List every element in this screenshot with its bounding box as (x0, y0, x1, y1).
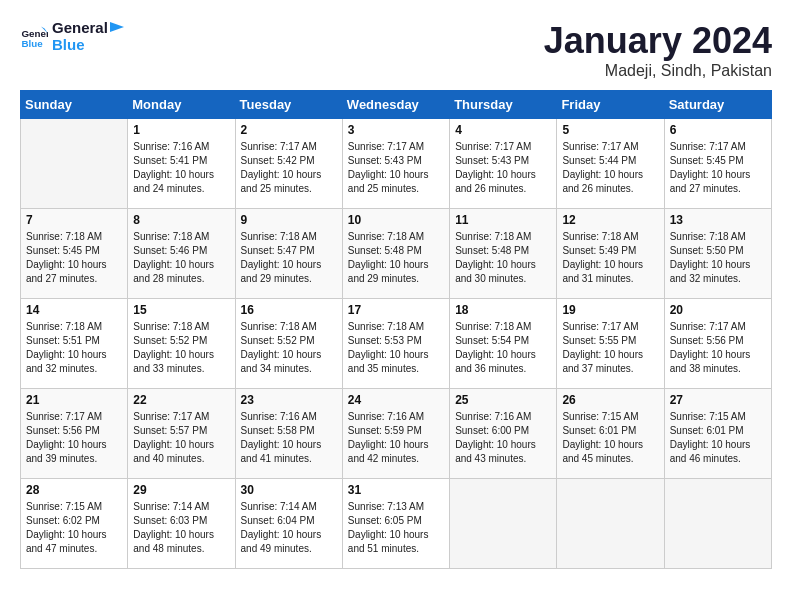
calendar-cell: 27Sunrise: 7:15 AMSunset: 6:01 PMDayligh… (664, 389, 771, 479)
calendar-cell: 22Sunrise: 7:17 AMSunset: 5:57 PMDayligh… (128, 389, 235, 479)
calendar-week-row: 28Sunrise: 7:15 AMSunset: 6:02 PMDayligh… (21, 479, 772, 569)
day-number: 28 (26, 483, 122, 497)
calendar-cell: 10Sunrise: 7:18 AMSunset: 5:48 PMDayligh… (342, 209, 449, 299)
day-info: Sunrise: 7:18 AMSunset: 5:49 PMDaylight:… (562, 230, 658, 286)
calendar-cell: 3Sunrise: 7:17 AMSunset: 5:43 PMDaylight… (342, 119, 449, 209)
day-info: Sunrise: 7:18 AMSunset: 5:52 PMDaylight:… (133, 320, 229, 376)
calendar-cell: 23Sunrise: 7:16 AMSunset: 5:58 PMDayligh… (235, 389, 342, 479)
col-header-saturday: Saturday (664, 91, 771, 119)
day-info: Sunrise: 7:18 AMSunset: 5:48 PMDaylight:… (455, 230, 551, 286)
day-number: 10 (348, 213, 444, 227)
day-info: Sunrise: 7:18 AMSunset: 5:54 PMDaylight:… (455, 320, 551, 376)
day-number: 7 (26, 213, 122, 227)
logo-line2: Blue (52, 37, 108, 54)
calendar-cell: 26Sunrise: 7:15 AMSunset: 6:01 PMDayligh… (557, 389, 664, 479)
day-info: Sunrise: 7:15 AMSunset: 6:01 PMDaylight:… (670, 410, 766, 466)
col-header-thursday: Thursday (450, 91, 557, 119)
day-number: 30 (241, 483, 337, 497)
day-number: 19 (562, 303, 658, 317)
day-info: Sunrise: 7:16 AMSunset: 5:59 PMDaylight:… (348, 410, 444, 466)
day-info: Sunrise: 7:18 AMSunset: 5:47 PMDaylight:… (241, 230, 337, 286)
calendar-subtitle: Madeji, Sindh, Pakistan (544, 62, 772, 80)
day-number: 3 (348, 123, 444, 137)
calendar-cell: 18Sunrise: 7:18 AMSunset: 5:54 PMDayligh… (450, 299, 557, 389)
calendar-table: SundayMondayTuesdayWednesdayThursdayFrid… (20, 90, 772, 569)
day-number: 12 (562, 213, 658, 227)
svg-text:Blue: Blue (21, 37, 43, 48)
calendar-cell: 28Sunrise: 7:15 AMSunset: 6:02 PMDayligh… (21, 479, 128, 569)
calendar-cell: 1Sunrise: 7:16 AMSunset: 5:41 PMDaylight… (128, 119, 235, 209)
day-info: Sunrise: 7:17 AMSunset: 5:45 PMDaylight:… (670, 140, 766, 196)
day-info: Sunrise: 7:14 AMSunset: 6:03 PMDaylight:… (133, 500, 229, 556)
day-info: Sunrise: 7:18 AMSunset: 5:53 PMDaylight:… (348, 320, 444, 376)
calendar-cell (450, 479, 557, 569)
logo-icon: General Blue (20, 23, 48, 51)
col-header-tuesday: Tuesday (235, 91, 342, 119)
day-info: Sunrise: 7:17 AMSunset: 5:44 PMDaylight:… (562, 140, 658, 196)
day-number: 31 (348, 483, 444, 497)
day-number: 29 (133, 483, 229, 497)
day-number: 16 (241, 303, 337, 317)
day-info: Sunrise: 7:17 AMSunset: 5:43 PMDaylight:… (348, 140, 444, 196)
svg-marker-3 (110, 22, 124, 32)
calendar-cell: 4Sunrise: 7:17 AMSunset: 5:43 PMDaylight… (450, 119, 557, 209)
day-number: 13 (670, 213, 766, 227)
calendar-cell (664, 479, 771, 569)
day-number: 11 (455, 213, 551, 227)
calendar-week-row: 14Sunrise: 7:18 AMSunset: 5:51 PMDayligh… (21, 299, 772, 389)
day-info: Sunrise: 7:18 AMSunset: 5:45 PMDaylight:… (26, 230, 122, 286)
calendar-cell: 9Sunrise: 7:18 AMSunset: 5:47 PMDaylight… (235, 209, 342, 299)
calendar-cell: 6Sunrise: 7:17 AMSunset: 5:45 PMDaylight… (664, 119, 771, 209)
calendar-cell: 19Sunrise: 7:17 AMSunset: 5:55 PMDayligh… (557, 299, 664, 389)
day-number: 25 (455, 393, 551, 407)
day-number: 18 (455, 303, 551, 317)
day-info: Sunrise: 7:15 AMSunset: 6:01 PMDaylight:… (562, 410, 658, 466)
day-info: Sunrise: 7:16 AMSunset: 5:58 PMDaylight:… (241, 410, 337, 466)
day-number: 20 (670, 303, 766, 317)
day-info: Sunrise: 7:15 AMSunset: 6:02 PMDaylight:… (26, 500, 122, 556)
calendar-cell: 20Sunrise: 7:17 AMSunset: 5:56 PMDayligh… (664, 299, 771, 389)
calendar-week-row: 1Sunrise: 7:16 AMSunset: 5:41 PMDaylight… (21, 119, 772, 209)
calendar-cell: 7Sunrise: 7:18 AMSunset: 5:45 PMDaylight… (21, 209, 128, 299)
calendar-cell: 12Sunrise: 7:18 AMSunset: 5:49 PMDayligh… (557, 209, 664, 299)
day-number: 1 (133, 123, 229, 137)
day-number: 23 (241, 393, 337, 407)
day-number: 14 (26, 303, 122, 317)
calendar-cell: 5Sunrise: 7:17 AMSunset: 5:44 PMDaylight… (557, 119, 664, 209)
day-number: 27 (670, 393, 766, 407)
day-number: 22 (133, 393, 229, 407)
calendar-cell: 11Sunrise: 7:18 AMSunset: 5:48 PMDayligh… (450, 209, 557, 299)
day-number: 9 (241, 213, 337, 227)
calendar-title-section: January 2024 Madeji, Sindh, Pakistan (544, 20, 772, 80)
day-info: Sunrise: 7:18 AMSunset: 5:48 PMDaylight:… (348, 230, 444, 286)
calendar-week-row: 21Sunrise: 7:17 AMSunset: 5:56 PMDayligh… (21, 389, 772, 479)
day-info: Sunrise: 7:17 AMSunset: 5:55 PMDaylight:… (562, 320, 658, 376)
calendar-cell: 13Sunrise: 7:18 AMSunset: 5:50 PMDayligh… (664, 209, 771, 299)
calendar-cell: 14Sunrise: 7:18 AMSunset: 5:51 PMDayligh… (21, 299, 128, 389)
day-info: Sunrise: 7:18 AMSunset: 5:52 PMDaylight:… (241, 320, 337, 376)
day-info: Sunrise: 7:17 AMSunset: 5:56 PMDaylight:… (26, 410, 122, 466)
day-info: Sunrise: 7:17 AMSunset: 5:42 PMDaylight:… (241, 140, 337, 196)
logo-line1: General (52, 20, 108, 37)
page-header: General Blue General Blue January 2024 M… (20, 20, 772, 80)
day-info: Sunrise: 7:17 AMSunset: 5:43 PMDaylight:… (455, 140, 551, 196)
calendar-cell: 2Sunrise: 7:17 AMSunset: 5:42 PMDaylight… (235, 119, 342, 209)
calendar-cell: 17Sunrise: 7:18 AMSunset: 5:53 PMDayligh… (342, 299, 449, 389)
col-header-sunday: Sunday (21, 91, 128, 119)
day-info: Sunrise: 7:16 AMSunset: 6:00 PMDaylight:… (455, 410, 551, 466)
calendar-cell: 15Sunrise: 7:18 AMSunset: 5:52 PMDayligh… (128, 299, 235, 389)
col-header-monday: Monday (128, 91, 235, 119)
day-number: 2 (241, 123, 337, 137)
day-info: Sunrise: 7:14 AMSunset: 6:04 PMDaylight:… (241, 500, 337, 556)
calendar-cell: 8Sunrise: 7:18 AMSunset: 5:46 PMDaylight… (128, 209, 235, 299)
day-number: 6 (670, 123, 766, 137)
calendar-cell: 16Sunrise: 7:18 AMSunset: 5:52 PMDayligh… (235, 299, 342, 389)
day-info: Sunrise: 7:18 AMSunset: 5:50 PMDaylight:… (670, 230, 766, 286)
calendar-cell: 29Sunrise: 7:14 AMSunset: 6:03 PMDayligh… (128, 479, 235, 569)
day-info: Sunrise: 7:18 AMSunset: 5:51 PMDaylight:… (26, 320, 122, 376)
day-number: 17 (348, 303, 444, 317)
calendar-cell: 24Sunrise: 7:16 AMSunset: 5:59 PMDayligh… (342, 389, 449, 479)
col-header-friday: Friday (557, 91, 664, 119)
logo-flag-icon (110, 22, 130, 42)
day-number: 15 (133, 303, 229, 317)
